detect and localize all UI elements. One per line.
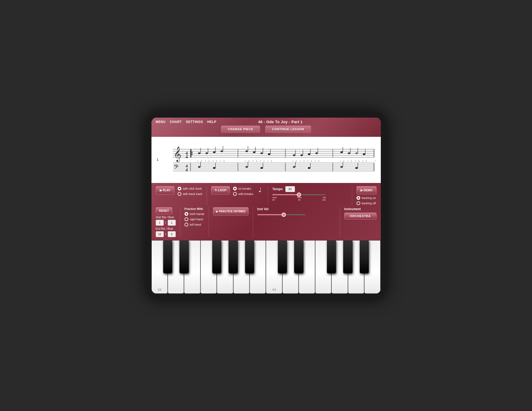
black-key-ds3[interactable] <box>179 240 189 273</box>
tempo-slider-container <box>272 194 347 195</box>
svg-point-33 <box>213 151 215 153</box>
practice-untimed-button[interactable]: ▶ PRACTICE UNTIMED <box>213 207 248 216</box>
play-icon: ▶ <box>160 189 162 192</box>
both-hands-option[interactable]: both hands <box>185 212 204 216</box>
svg-point-53 <box>340 151 343 153</box>
svg-text:&: & <box>223 160 225 162</box>
black-key-gs3[interactable] <box>229 240 238 273</box>
back-track-option[interactable]: with back track <box>178 192 202 196</box>
break-options: no breaks with breaks <box>233 187 253 196</box>
black-key-ds4[interactable] <box>294 240 303 273</box>
change-piece-button[interactable]: CHANGE PIECE <box>221 126 260 133</box>
svg-text:1: 1 <box>340 160 341 162</box>
svg-text:3: 3 <box>213 160 214 162</box>
black-key-as3[interactable] <box>245 240 254 273</box>
play-button[interactable]: ▶ PLAY <box>156 186 174 194</box>
no-breaks-radio[interactable] <box>233 187 237 190</box>
svg-point-35 <box>221 150 223 152</box>
with-breaks-radio[interactable] <box>233 192 237 196</box>
with-breaks-option[interactable]: with breaks <box>233 192 253 196</box>
svg-text:4: 4 <box>186 154 188 159</box>
svg-point-69 <box>293 166 295 168</box>
left-hand-radio[interactable] <box>185 223 188 226</box>
screen: MENU CHART SETTINGS HELP 46 - Ode To Joy… <box>151 118 381 294</box>
svg-text:&: & <box>296 160 297 162</box>
menu-item-help[interactable]: HELP <box>207 120 216 124</box>
sheet-music-inner: 𝄞 𝄢 4 4 4 4 <box>161 141 375 179</box>
reset-button[interactable]: RESET <box>156 207 173 214</box>
back-track-radio[interactable] <box>178 192 181 196</box>
inst-vol-slider-thumb[interactable] <box>282 213 286 217</box>
black-key-gs4[interactable] <box>343 240 352 273</box>
svg-text:3: 3 <box>307 160 309 162</box>
svg-text:&: & <box>358 160 360 162</box>
both-hands-radio[interactable] <box>185 212 188 216</box>
svg-text:2: 2 <box>347 160 349 162</box>
back-track-label: with back track <box>183 192 202 195</box>
svg-point-73 <box>340 166 343 168</box>
right-hand-radio[interactable] <box>185 217 188 221</box>
black-key-fs4[interactable] <box>327 240 336 273</box>
metronome-icon-container: ♩ <box>256 186 263 194</box>
tempo-label: Tempo <box>272 187 282 191</box>
continue-lesson-button[interactable]: CONTINUE LESSON <box>265 126 311 133</box>
no-breaks-option[interactable]: no breaks <box>233 187 253 190</box>
page-title: 46 - Ode To Joy - Part 1 <box>216 120 344 124</box>
practice-untimed-container: ▶ PRACTICE UNTIMED <box>213 207 248 216</box>
demo-button[interactable]: ▶ DEMO <box>357 186 377 194</box>
svg-text:4: 4 <box>186 167 188 172</box>
backing-off-option[interactable]: backing off <box>357 201 377 205</box>
svg-text:1: 1 <box>375 160 375 162</box>
right-hand-label: right hand <box>190 218 203 221</box>
start-bar-beat-label: Start Bar / Beat <box>156 216 176 219</box>
black-key-cs3[interactable] <box>163 240 172 273</box>
svg-text:2: 2 <box>300 160 301 162</box>
backing-on-option[interactable]: backing on <box>357 196 377 200</box>
backing-on-radio[interactable] <box>357 196 360 200</box>
start-bar-input[interactable] <box>156 220 164 226</box>
inst-vol-slider[interactable] <box>257 214 305 215</box>
black-key-as4[interactable] <box>360 240 369 273</box>
menu-item-chart[interactable]: CHART <box>170 120 182 124</box>
right-hand-option[interactable]: right hand <box>185 217 204 221</box>
backing-off-radio[interactable] <box>357 201 360 205</box>
backing-options: backing on backing off <box>357 196 377 205</box>
end-bar-input[interactable] <box>156 231 164 237</box>
svg-point-63 <box>213 167 215 169</box>
loop-button[interactable]: ↻ LOOP <box>211 186 230 194</box>
with-breaks-label: with breaks <box>238 192 253 195</box>
instrument-section: Instrument ORCHESTRA <box>344 207 377 220</box>
click-track-option[interactable]: with click track <box>178 187 202 190</box>
tempo-value[interactable]: 90 <box>285 186 295 192</box>
orchestra-button[interactable]: ORCHESTRA <box>344 213 377 220</box>
tempo-section: Tempo 90 slow 60 med <box>272 186 347 201</box>
bar-number: 1 <box>157 158 159 162</box>
no-breaks-label: no breaks <box>238 187 251 190</box>
svg-text:4: 4 <box>267 160 269 162</box>
black-key-cs4[interactable] <box>278 240 287 273</box>
left-hand-option[interactable]: left hand <box>185 223 204 226</box>
svg-point-31 <box>206 152 208 154</box>
svg-text:3: 3 <box>355 160 356 162</box>
svg-point-27 <box>191 151 193 153</box>
tempo-slider[interactable] <box>272 194 326 195</box>
demo-backing-section: ▶ DEMO backing on backing off <box>357 186 377 205</box>
start-bar-beat-row: / <box>156 220 176 226</box>
black-key-fs3[interactable] <box>212 240 221 273</box>
start-beat-input[interactable] <box>168 220 176 226</box>
device: MENU CHART SETTINGS HELP 46 - Ode To Joy… <box>146 112 386 299</box>
c4-label: C4 <box>273 288 276 291</box>
tempo-slider-thumb[interactable] <box>297 193 301 197</box>
both-hands-label: both hands <box>190 212 204 216</box>
backing-on-label: backing on <box>362 196 376 199</box>
svg-text:3: 3 <box>260 160 261 162</box>
loop-icon: ↻ <box>215 189 217 192</box>
end-beat-input[interactable] <box>168 231 176 237</box>
menu-item-menu[interactable]: MENU <box>156 120 166 124</box>
svg-point-29 <box>198 152 201 154</box>
menu-item-settings[interactable]: SETTINGS <box>186 120 203 124</box>
svg-text:1: 1 <box>245 160 246 162</box>
click-track-radio[interactable] <box>178 187 181 190</box>
practice-untimed-play-icon: ▶ <box>216 210 219 213</box>
end-bar-beat-row: / <box>156 231 176 237</box>
